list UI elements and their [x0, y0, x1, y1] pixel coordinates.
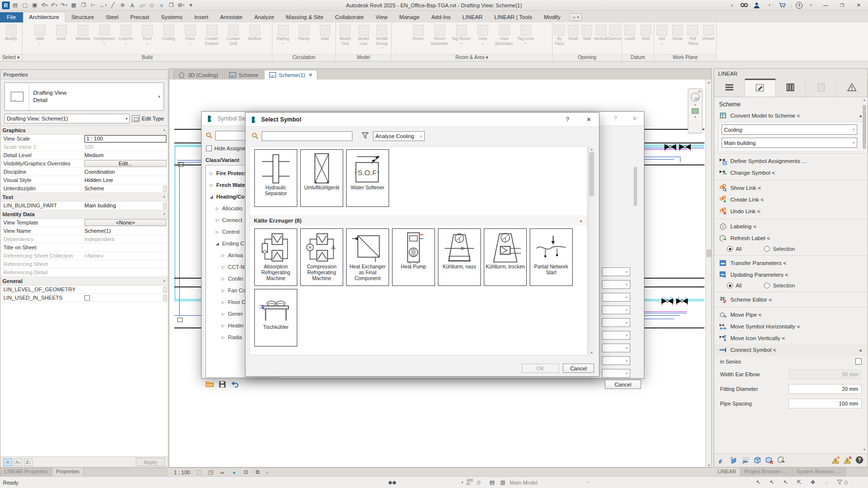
undo-icon[interactable]: ↶	[50, 1, 59, 9]
property-value[interactable]	[83, 244, 168, 251]
symbol-card-compression-refrigerating-machine[interactable]: Compression Refrigerating Machine	[300, 228, 343, 286]
associate-parameter-button[interactable]	[163, 286, 167, 293]
linear-action-scheme-editor[interactable]: Scheme Editor <	[714, 294, 868, 305]
linear-action-transfer-parameters[interactable]: Transfer Parameters <	[714, 257, 868, 269]
ribbon-button-show[interactable]: Show	[670, 24, 685, 41]
tab-linear[interactable]: LINEAR	[456, 12, 489, 22]
property-value[interactable]: <None>	[83, 252, 168, 260]
symbol-assignment-combo-1[interactable]: ˅	[602, 267, 630, 276]
symbol-scroll-thumb[interactable]	[589, 152, 594, 196]
ribbon-button-wall[interactable]: Wall▾	[29, 24, 51, 45]
search-icon[interactable]	[740, 1, 748, 9]
delete-3d-box-icon[interactable]	[765, 456, 773, 465]
measure-icon[interactable]: ⊢	[89, 1, 98, 9]
panel-tab-linear-properties[interactable]: LINEAR Properties	[0, 468, 52, 476]
panel-tab-properties[interactable]: Properties	[52, 468, 84, 476]
type-selector-dropdown-icon[interactable]: ▾	[155, 94, 164, 99]
select-pinned-toggle[interactable]: ↖	[782, 479, 789, 486]
open-icon[interactable]: ▢	[21, 1, 29, 9]
tab-massing-site[interactable]: Massing & Site	[280, 12, 330, 22]
tree-collapsed-icon[interactable]: ▷	[222, 253, 227, 258]
property-value[interactable]	[83, 268, 168, 276]
symbol-scroll-up-icon[interactable]: ▲	[589, 147, 595, 151]
ribbon-button-grid[interactable]: Grid	[638, 24, 654, 41]
help-dropdown-icon[interactable]: ▾	[806, 1, 815, 9]
ribbon-group-label-room-area[interactable]: Room & Area ▾	[392, 54, 552, 61]
canvas-scroll-thumb[interactable]	[706, 249, 711, 257]
property-section-text[interactable]: Text»	[0, 193, 168, 202]
linear-tab-warnings[interactable]	[837, 79, 868, 97]
zoom-dropdown-icon[interactable]: ▾	[694, 115, 696, 119]
ribbon-button-set[interactable]: Set▾	[654, 24, 670, 45]
apply-button[interactable]: Apply	[136, 458, 165, 466]
ribbon-button-wall[interactable]: Wall	[580, 24, 594, 41]
in-series-checkbox[interactable]	[855, 358, 862, 365]
linear-scrollbar[interactable]: ▲ ▼	[862, 98, 867, 451]
tree-collapsed-icon[interactable]: ▷	[216, 218, 221, 223]
symbol-assignment-combo-2[interactable]: ˅	[602, 280, 630, 289]
tab-file[interactable]: File	[0, 12, 23, 22]
save-settings-icon[interactable]	[219, 381, 226, 388]
field-value[interactable]: 100 mm	[788, 399, 862, 408]
reveal-hidden-elements-icon[interactable]: ∞	[219, 469, 227, 476]
temporary-hide-isolate-icon[interactable]: ●	[230, 469, 238, 476]
property-value[interactable]: <None>	[83, 219, 168, 226]
drag-on-selection-toggle[interactable]: ✥	[809, 479, 817, 486]
tree-collapsed-icon[interactable]: ▷	[222, 265, 227, 269]
associate-parameter-button[interactable]	[163, 295, 167, 301]
reveal-constraints-icon[interactable]: ⊡	[242, 469, 250, 476]
tab-add-ins[interactable]: Add-Ins	[425, 12, 456, 22]
linear-action-create-link[interactable]: Create Link <	[714, 194, 868, 205]
view-tab-3d-cooling[interactable]: 3D (Cooling)	[173, 70, 223, 80]
tab-linear-tools[interactable]: LINEAR | Tools	[489, 12, 538, 22]
property-value[interactable]: Edit...	[83, 160, 168, 167]
property-section-general[interactable]: General»	[0, 277, 168, 285]
tab-collaborate[interactable]: Collaborate	[329, 12, 370, 22]
linear-action-undo-link[interactable]: Undo Link <	[714, 205, 868, 217]
select-links-toggle[interactable]: ↖	[754, 479, 762, 486]
symbol-settings-close-icon[interactable]: ✕	[632, 115, 637, 122]
linear-help-icon[interactable]: ?	[855, 456, 864, 465]
analysis-filter-combo[interactable]: Analyse Cooling ˅	[373, 131, 425, 141]
tab-manage[interactable]: Manage	[393, 12, 426, 22]
ribbon-button-ceiling[interactable]: Ceiling	[158, 24, 180, 41]
select-underlay-toggle[interactable]: ↖	[768, 479, 776, 486]
convert-combo-cooling[interactable]: Cooling˅	[722, 124, 857, 135]
ribbon-button-by-face[interactable]: By Face	[553, 24, 566, 46]
section-icon[interactable]: ◇	[147, 1, 156, 9]
linear-action-refresh-label[interactable]: Refresh Label <	[714, 232, 868, 244]
ribbon-button-window[interactable]: Window	[72, 24, 94, 41]
radio-all[interactable]	[727, 283, 733, 288]
print-icon[interactable]: ▦	[69, 1, 78, 9]
ribbon-button-tag-area[interactable]: Tag Area▾	[515, 24, 537, 45]
view-bar-collapse-icon[interactable]: ‹	[267, 469, 269, 475]
revert-settings-icon[interactable]	[231, 381, 239, 388]
symbol-card-absorption-refrigerating-machine[interactable]: Absorption Refrigerating Machine	[254, 228, 297, 286]
select-symbol-help-icon[interactable]: ?	[566, 116, 569, 123]
associate-parameter-button[interactable]	[163, 203, 167, 209]
account-icon[interactable]	[752, 1, 761, 9]
sort-descending-button[interactable]: Z↓	[24, 458, 33, 466]
linear-tab-calculator[interactable]	[806, 79, 837, 97]
worksets-dropdown-icon[interactable]: ▾	[461, 480, 463, 485]
symbol-card-k-hlturm-nass[interactable]: Kühlturm, nass	[438, 228, 481, 286]
symbol-card-k-hlturm-trocken[interactable]: Kühlturm, trocken	[484, 228, 527, 286]
symbol-assignment-combo-4[interactable]: ˅	[602, 305, 630, 314]
tree-collapsed-icon[interactable]: ▷	[210, 183, 215, 187]
tree-collapsed-icon[interactable]: ▷	[210, 171, 215, 176]
symbol-assignment-combo-7[interactable]: ˅	[602, 344, 630, 352]
select-by-face-toggle[interactable]: ⇱	[795, 479, 803, 486]
browser-tab-linear[interactable]: LINEAR	[714, 468, 741, 476]
ribbon-button-roof[interactable]: Roof▾	[137, 24, 158, 45]
help-icon[interactable]: ?	[796, 2, 803, 9]
ok-button[interactable]: OK	[522, 364, 559, 373]
design-options-icon[interactable]: ▤	[488, 479, 496, 486]
group-scroll-up-icon[interactable]: ▲	[579, 219, 583, 223]
place-symbol-icon[interactable]	[718, 456, 726, 465]
ribbon-button-railing[interactable]: Railing▾	[272, 24, 293, 45]
property-value[interactable]: Scheme(1)	[83, 227, 168, 235]
linear-scroll-thumb[interactable]	[863, 105, 866, 149]
ribbon-button-room[interactable]: Room	[408, 24, 429, 41]
linear-action-show-link[interactable]: Show Link <	[714, 182, 868, 194]
symbol-card-partial-network-start[interactable]: Partial Network Start	[530, 228, 573, 286]
